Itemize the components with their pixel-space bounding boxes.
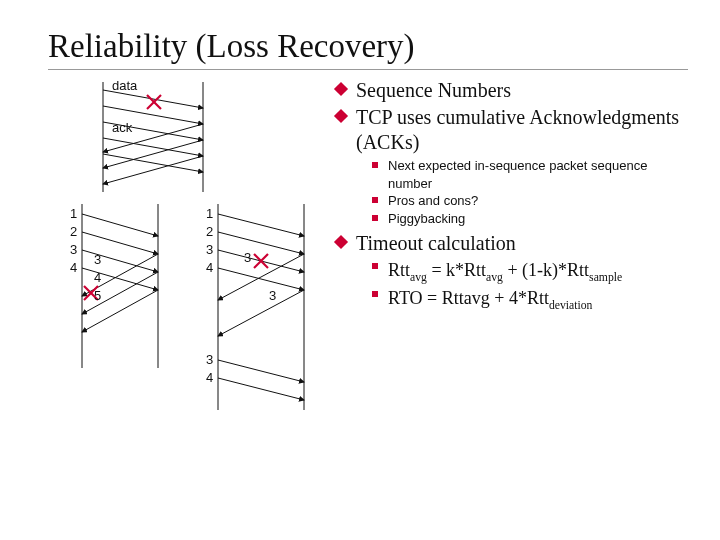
svg-line-15 [82, 232, 158, 254]
svg-line-34 [218, 378, 304, 400]
svg-line-5 [103, 138, 203, 156]
rto-sub1: deviation [549, 298, 593, 311]
ack-5: 5 [94, 288, 101, 303]
svg-line-26 [218, 232, 304, 254]
main-bullets-2: Timeout calculation [334, 231, 692, 256]
bullet-timeout-calc: Timeout calculation [334, 231, 692, 256]
ack-label: ack [112, 120, 133, 135]
ack-3b: 3 [269, 288, 276, 303]
ack-3a: 3 [244, 250, 251, 265]
diagram-column: data ack [48, 78, 328, 415]
bullet-cumulative-acks: TCP uses cumulative Acknowledgments (ACK… [334, 105, 692, 155]
slide-title: Reliability (Loss Recovery) [48, 28, 692, 65]
title-rule [48, 69, 688, 70]
svg-line-28 [218, 268, 304, 290]
ack-4: 4 [94, 270, 101, 285]
loss-mark-icon [254, 254, 268, 268]
sub-piggybacking: Piggybacking [372, 210, 692, 228]
loss-mark-icon [147, 95, 161, 109]
svg-line-8 [103, 140, 203, 168]
sub-rtt-formula: Rttavg = k*Rttavg + (1-k)*Rttsample [372, 258, 692, 285]
svg-line-32 [218, 290, 304, 336]
seq-3: 3 [70, 242, 77, 257]
sub-bullets-acks: Next expected in-sequence packet sequenc… [372, 157, 692, 227]
seq-3: 3 [206, 242, 213, 257]
content-row: data ack [48, 78, 692, 415]
seq-4: 4 [206, 260, 213, 275]
rtt-sub3: sample [589, 271, 622, 284]
rtt-mid2: + (1-k)*Rtt [503, 260, 589, 280]
sub-rto-formula: RTO = Rttavg + 4*Rttdeviation [372, 286, 692, 313]
diagram-cumulative-ack: 1 2 3 4 3 4 5 [48, 200, 178, 415]
seq-1: 1 [70, 206, 77, 221]
diagram-retransmit: 1 2 3 4 3 3 3 4 [184, 200, 324, 415]
main-bullets: Sequence Numbers TCP uses cumulative Ack… [334, 78, 692, 155]
bullet-column: Sequence Numbers TCP uses cumulative Ack… [334, 78, 692, 415]
rtt-sub1: avg [410, 271, 427, 284]
diagram-basic-data-ack: data ack [48, 78, 328, 196]
sub-bullets-timeout: Rttavg = k*Rttavg + (1-k)*Rttsample RTO … [372, 258, 692, 313]
rto-pre: RTO = Rttavg + 4*Rtt [388, 288, 549, 308]
retx-4: 4 [206, 370, 213, 385]
svg-line-33 [218, 360, 304, 382]
rtt-mid1: = k*Rtt [427, 260, 486, 280]
sub-next-expected: Next expected in-sequence packet sequenc… [372, 157, 692, 192]
sub-pros-cons: Pros and cons? [372, 192, 692, 210]
ack-3: 3 [94, 252, 101, 267]
svg-line-14 [82, 214, 158, 236]
bullet-sequence-numbers: Sequence Numbers [334, 78, 692, 103]
svg-line-25 [218, 214, 304, 236]
slide: Reliability (Loss Recovery) [0, 0, 720, 540]
retx-3: 3 [206, 352, 213, 367]
svg-line-6 [103, 154, 203, 172]
seq-2: 2 [206, 224, 213, 239]
rtt-pre: Rtt [388, 260, 410, 280]
seq-2: 2 [70, 224, 77, 239]
svg-line-9 [103, 156, 203, 184]
seq-1: 1 [206, 206, 213, 221]
rtt-sub2: avg [486, 271, 503, 284]
seq-4: 4 [70, 260, 77, 275]
data-label: data [112, 78, 138, 93]
